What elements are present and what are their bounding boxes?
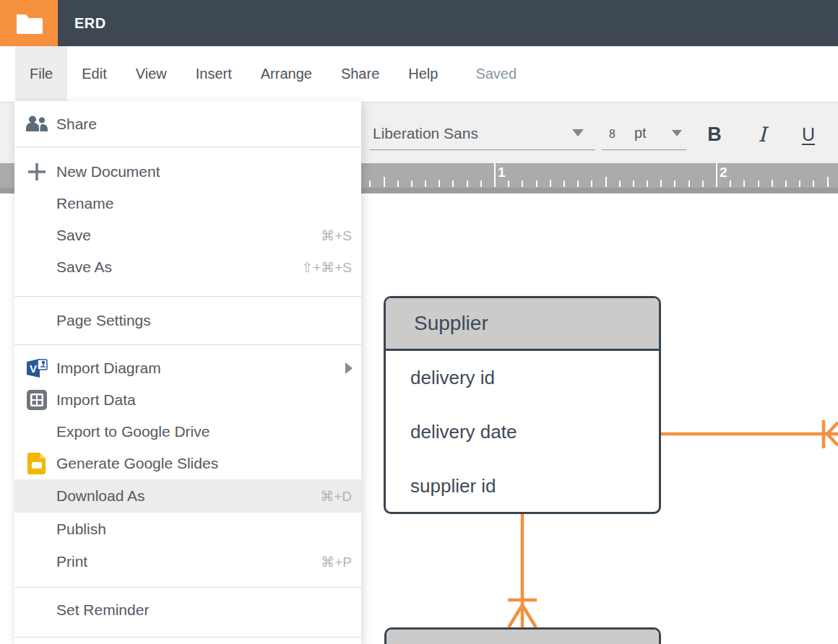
font-family-value: Liberation Sans [373, 125, 478, 142]
underline-button[interactable]: U [796, 118, 821, 151]
menubar-insert[interactable]: Insert [181, 46, 246, 102]
share-people-icon [25, 113, 48, 136]
menu-item-shortcut: ⌘+S [321, 227, 352, 244]
menu-item-publish[interactable]: Publish [14, 513, 361, 546]
menu-divider [14, 344, 361, 345]
menu-divider [14, 296, 361, 297]
menu-item-label: Share [56, 116, 97, 133]
menu-item-print[interactable]: Print ⌘+P [14, 546, 361, 578]
menu-item-shortcut: ⌘+P [321, 554, 352, 570]
menu-item-label: Save [56, 227, 91, 244]
menu-divider [14, 147, 361, 147]
menu-item-set-reminder[interactable]: Set Reminder [14, 594, 361, 626]
google-slides-icon [25, 452, 48, 475]
menu-divider [14, 587, 361, 588]
document-title[interactable]: ERD [74, 0, 106, 46]
menu-item-shortcut: ⌘+D [320, 488, 352, 505]
visio-icon: V [25, 357, 48, 380]
menu-item-label: Page Settings [56, 312, 151, 329]
data-grid-icon [25, 388, 48, 412]
entity-field-delivery-id[interactable]: delivery id [386, 351, 659, 405]
font-size-dropdown[interactable]: 8 pt [602, 109, 686, 150]
menu-item-share[interactable]: Share [14, 101, 361, 147]
menu-divider [14, 637, 361, 638]
menu-item-export-google-drive[interactable]: Export to Google Drive [14, 416, 361, 448]
menu-item-shortcut: ⇧+⌘+S [301, 259, 352, 276]
entity-supplier-fields: delivery id delivery date supplier id [386, 351, 659, 513]
menu-item-save-as[interactable]: Save As ⇧+⌘+S [14, 251, 361, 283]
menu-item-label: New Document [56, 163, 160, 180]
top-header-bar: ERD [0, 0, 838, 46]
menu-item-import-data[interactable]: Import Data [14, 384, 361, 416]
entity-supplier-title[interactable]: Supplier [386, 298, 659, 351]
menubar: File Edit View Insert Arrange Share Help… [0, 46, 838, 102]
menubar-arrange[interactable]: Arrange [246, 46, 327, 102]
chevron-down-icon [672, 130, 682, 136]
menu-item-label: Save As [56, 258, 112, 276]
menu-item-generate-google-slides[interactable]: Generate Google Slides [14, 448, 361, 479]
svg-text:V: V [30, 362, 37, 375]
menu-item-label: Publish [56, 521, 106, 538]
menu-item-label: Generate Google Slides [56, 455, 218, 472]
menu-item-label: Print [56, 553, 87, 570]
menu-item-rename[interactable]: Rename [14, 188, 361, 219]
menubar-edit[interactable]: Edit [67, 46, 121, 102]
menu-item-label: Import Data [56, 391, 136, 409]
entity-field-delivery-date[interactable]: delivery date [386, 405, 659, 459]
entity-supplier[interactable]: Supplier delivery id delivery date suppl… [384, 296, 661, 514]
save-status: Saved [475, 46, 517, 102]
menu-item-save[interactable]: Save ⌘+S [14, 219, 361, 251]
app-window: ERD File Edit View Insert Arrange Share … [0, 0, 838, 644]
menu-item-label: Rename [56, 195, 113, 212]
menu-item-label: Set Reminder [56, 601, 149, 619]
font-size-unit: pt [634, 125, 647, 142]
menubar-view[interactable]: View [121, 46, 181, 102]
file-menu-dropdown: Share New Document Rename Save ⌘+S Save … [14, 101, 361, 644]
entity-field-supplier-id[interactable]: supplier id [386, 459, 659, 513]
menubar-share[interactable]: Share [327, 46, 394, 102]
menu-item-label: Export to Google Drive [56, 423, 209, 440]
folder-icon [14, 12, 43, 35]
chevron-down-icon [572, 129, 584, 136]
submenu-arrow-icon [345, 362, 353, 374]
entity-below-header [386, 630, 659, 644]
menu-item-label: Import Diagram [56, 360, 161, 377]
menu-item-download-as[interactable]: Download As ⌘+D [14, 479, 361, 513]
entity-below-partial[interactable] [384, 627, 661, 644]
menubar-file[interactable]: File [15, 46, 67, 102]
font-size-value: 8 [609, 128, 615, 141]
menu-item-new-document[interactable]: New Document [14, 156, 361, 188]
font-family-dropdown[interactable]: Liberation Sans [370, 109, 595, 150]
home-button[interactable] [0, 0, 58, 46]
menu-item-import-diagram[interactable]: V Import Diagram [14, 352, 361, 384]
plus-icon [25, 160, 48, 183]
menu-item-page-settings[interactable]: Page Settings [14, 305, 361, 336]
menu-item-label: Download As [56, 487, 145, 505]
menubar-help[interactable]: Help [394, 46, 452, 102]
italic-button[interactable]: I [750, 118, 774, 151]
bold-button[interactable]: B [702, 118, 727, 151]
